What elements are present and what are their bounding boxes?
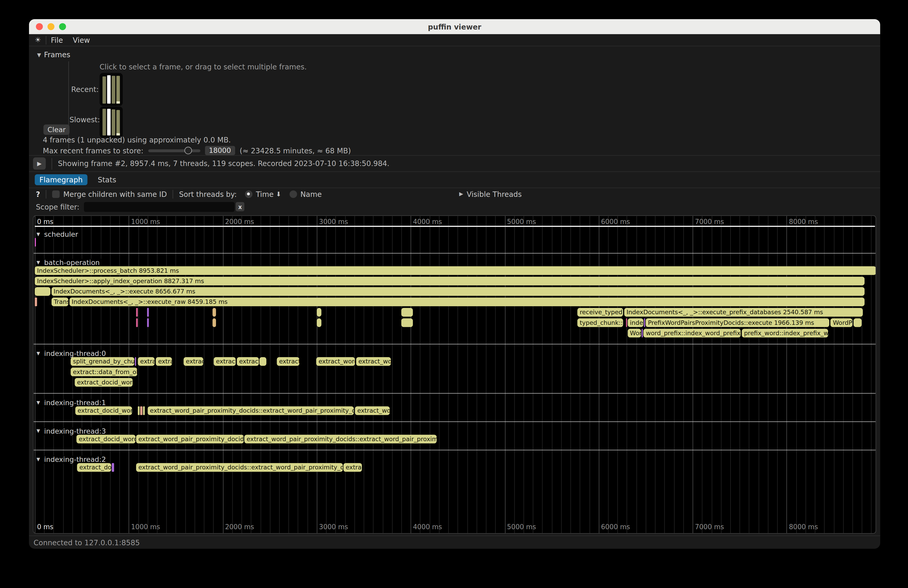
merge-children-checkbox[interactable] bbox=[52, 190, 60, 198]
scope-bar-unlabeled[interactable] bbox=[35, 298, 37, 307]
menu-item-view[interactable]: View bbox=[73, 35, 90, 44]
scope-bar[interactable]: extract::data_from_ob bbox=[71, 368, 137, 376]
scope-bar-unlabeled[interactable] bbox=[147, 308, 148, 317]
thread-scopes: split_grenad_by_chunextractextraextracex… bbox=[34, 357, 876, 392]
scope-bar-unlabeled[interactable] bbox=[143, 406, 145, 415]
scope-bar[interactable]: extract_word_pair_proximity_docids::extr… bbox=[148, 406, 354, 415]
scope-bar[interactable]: extract_ bbox=[237, 357, 259, 366]
scope-bar-unlabeled[interactable] bbox=[401, 308, 413, 317]
clear-button[interactable]: Clear bbox=[43, 124, 70, 135]
scope-bar-unlabeled[interactable] bbox=[112, 463, 114, 472]
scope-bar[interactable]: split_grenad_by_chun bbox=[71, 357, 135, 366]
zoom-button[interactable] bbox=[59, 23, 66, 30]
scope-bar[interactable]: extract bbox=[277, 357, 299, 366]
sort-time-radio[interactable] bbox=[245, 190, 253, 198]
scope-bar[interactable]: extract_word bbox=[316, 357, 355, 366]
scope-bar[interactable]: extract_docid_word bbox=[75, 378, 132, 387]
scope-bar[interactable]: index bbox=[628, 318, 644, 327]
menu-item-file[interactable]: File bbox=[51, 35, 63, 44]
scope-bar-unlabeled[interactable] bbox=[401, 318, 413, 327]
frame-bar-0[interactable] bbox=[103, 109, 106, 135]
theme-toggle-icon[interactable]: ☀ bbox=[35, 36, 41, 44]
minimize-button[interactable] bbox=[47, 23, 55, 30]
scope-bar[interactable]: Word bbox=[628, 329, 641, 337]
scope-bar[interactable]: IndexDocuments<_, _>::execute_raw 8459.1… bbox=[69, 298, 865, 307]
scope-bar-unlabeled[interactable] bbox=[260, 357, 266, 366]
play-button[interactable]: ▶ bbox=[33, 157, 46, 170]
thread-header-indexing-thread:3[interactable]: ▼indexing-thread:3 bbox=[37, 427, 876, 435]
scope-bar[interactable]: receive_typed_ bbox=[577, 308, 623, 317]
clear-filter-button[interactable]: x bbox=[236, 202, 245, 211]
scope-bar[interactable]: extract_doc bbox=[77, 463, 111, 472]
scope-bar-unlabeled[interactable] bbox=[136, 318, 138, 327]
max-frames-slider[interactable] bbox=[148, 149, 200, 152]
frame-bar-3[interactable] bbox=[116, 110, 120, 135]
help-button[interactable]: ? bbox=[36, 190, 40, 198]
slowest-frame-thumbnail[interactable] bbox=[100, 106, 122, 138]
axis-tick-label: 1000 ms bbox=[131, 523, 160, 531]
frame-bar-3[interactable] bbox=[116, 76, 120, 104]
recent-frame-thumbnail[interactable] bbox=[100, 73, 122, 106]
sort-direction-icon[interactable]: ⬇ bbox=[276, 190, 282, 198]
scope-bar-unlabeled[interactable] bbox=[644, 318, 645, 327]
frames-header[interactable]: ▼ Frames bbox=[37, 50, 70, 59]
scope-bar[interactable]: word_prefix::index_word_prefix_ bbox=[644, 329, 741, 337]
scope-filter-input[interactable] bbox=[84, 202, 235, 212]
frame-bar-1[interactable] bbox=[107, 109, 110, 135]
scope-bar[interactable]: PrefixWordPairsProximityDocids::execute … bbox=[646, 318, 829, 327]
tab-stats[interactable]: Stats bbox=[93, 174, 121, 185]
scope-bar-unlabeled[interactable] bbox=[642, 329, 642, 337]
scope-bar-unlabeled[interactable] bbox=[140, 406, 143, 415]
scope-bar-unlabeled[interactable] bbox=[317, 308, 321, 317]
scope-bar-unlabeled[interactable] bbox=[35, 238, 36, 247]
scope-bar[interactable]: extract_word_pair_proximity_docids::extr… bbox=[136, 463, 343, 472]
frame-bar-2[interactable] bbox=[112, 109, 115, 135]
collapse-triangle-icon: ▼ bbox=[37, 260, 40, 265]
scope-bar[interactable]: IndexScheduler>::apply_index_operation 8… bbox=[35, 276, 865, 286]
visible-threads-header[interactable]: ▶ Visible Threads bbox=[459, 190, 522, 198]
scope-bar[interactable]: IndexDocuments<_, _>::execute_prefix_dat… bbox=[624, 308, 863, 317]
scope-bar[interactable]: extract_wo bbox=[356, 357, 391, 366]
scope-bar-unlabeled[interactable] bbox=[147, 318, 148, 327]
scope-bar[interactable]: extract bbox=[138, 357, 155, 366]
scope-bar[interactable]: Trans bbox=[52, 298, 68, 307]
flamegraph-panel[interactable]: 0 ms1000 ms2000 ms3000 ms4000 ms5000 ms6… bbox=[33, 215, 876, 533]
scope-bar[interactable]: extract_word_pair_proximity_docids bbox=[136, 435, 244, 443]
scope-bar[interactable]: typed_chunk::w bbox=[577, 318, 623, 327]
frame-bar-2[interactable] bbox=[112, 76, 115, 104]
scope-bar-unlabeled[interactable] bbox=[213, 308, 216, 317]
scope-bar-unlabeled[interactable] bbox=[136, 308, 138, 317]
scope-bar[interactable]: extract_word_pair_proximity_docids::extr… bbox=[245, 435, 436, 443]
thread-header-scheduler[interactable]: ▼scheduler bbox=[37, 230, 876, 238]
scope-bar[interactable]: extra bbox=[156, 357, 172, 366]
scope-bar-unlabeled[interactable] bbox=[317, 318, 321, 327]
thread-header-indexing-thread:0[interactable]: ▼indexing-thread:0 bbox=[37, 350, 876, 357]
frames-section: ▼ Frames Click to select a frame, or dra… bbox=[29, 47, 880, 155]
close-button[interactable] bbox=[36, 23, 43, 30]
thread-header-batch-operation[interactable]: ▼batch-operation bbox=[37, 259, 876, 266]
max-frames-value[interactable]: 18000 bbox=[205, 146, 235, 155]
scope-bar-unlabeled[interactable] bbox=[213, 318, 216, 327]
scope-bar-unlabeled[interactable] bbox=[138, 406, 139, 415]
scope-bar[interactable]: extract_docid_word bbox=[75, 406, 132, 415]
scope-bar[interactable]: IndexScheduler>::process_batch 8953.821 … bbox=[35, 266, 876, 275]
scope-bar-unlabeled[interactable] bbox=[626, 318, 627, 327]
scope-bar-unlabeled[interactable] bbox=[853, 318, 862, 327]
frame-bar-1[interactable] bbox=[107, 76, 110, 104]
scope-bar[interactable]: extract_docid_word bbox=[76, 435, 135, 443]
scope-bar[interactable]: extrac bbox=[184, 357, 203, 366]
scope-bar[interactable]: extract_ bbox=[214, 357, 236, 366]
sort-name-radio[interactable] bbox=[290, 190, 297, 198]
thread-header-indexing-thread:1[interactable]: ▼indexing-thread:1 bbox=[37, 399, 876, 406]
scope-bar[interactable]: WordPr bbox=[831, 318, 852, 327]
thread-header-indexing-thread:2[interactable]: ▼indexing-thread:2 bbox=[37, 456, 876, 463]
scope-bar[interactable]: prefix_word::index_prefix_wo bbox=[742, 329, 828, 337]
scope-bar[interactable]: extrac bbox=[343, 463, 362, 472]
scope-bar-unlabeled[interactable] bbox=[135, 357, 136, 366]
scope-bar[interactable]: extract_wo bbox=[355, 406, 390, 415]
slider-knob-icon[interactable] bbox=[185, 146, 192, 154]
frame-bar-0[interactable] bbox=[103, 77, 106, 104]
scope-bar-unlabeled[interactable] bbox=[35, 287, 50, 296]
scope-bar[interactable]: IndexDocuments<_, _>::execute 8656.677 m… bbox=[51, 287, 865, 296]
tab-flamegraph[interactable]: Flamegraph bbox=[35, 174, 87, 185]
